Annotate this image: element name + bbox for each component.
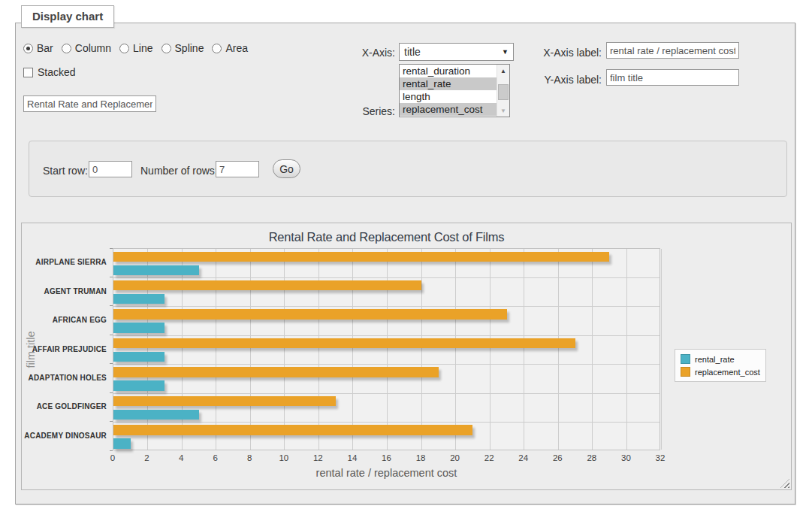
- chart-type-radio-line[interactable]: Line: [119, 42, 152, 54]
- gridline: [284, 249, 285, 450]
- num-rows-input[interactable]: [216, 161, 259, 177]
- replacement_cost-bar: [113, 396, 336, 407]
- category-label: ACE GOLDFINGER: [23, 402, 107, 411]
- gridline: [490, 249, 491, 450]
- stacked-checkbox[interactable]: [23, 68, 33, 77]
- series-option-length[interactable]: length: [400, 90, 497, 103]
- rental_rate-bar: [113, 410, 199, 420]
- legend-swatch-rental_rate: [681, 354, 690, 364]
- scrollbar-thumb[interactable]: [498, 84, 509, 100]
- radio-icon[interactable]: [23, 44, 33, 53]
- x-tick-label: 10: [273, 453, 295, 462]
- gridline: [455, 249, 456, 450]
- display-chart-panel: BarColumnLineSplineArea Stacked X-Axis: …: [15, 23, 795, 504]
- x-tick-label: 22: [478, 453, 500, 462]
- y-tick-mark: [110, 335, 113, 335]
- x-axis-label-input[interactable]: [606, 42, 739, 59]
- y-tick-mark: [110, 305, 113, 306]
- chart-type-radio-bar[interactable]: Bar: [23, 42, 53, 54]
- chart-type-radio-group: BarColumnLineSplineArea: [23, 42, 248, 54]
- radio-icon[interactable]: [119, 44, 129, 53]
- y-tick-mark: [110, 392, 113, 393]
- y-tick-mark: [110, 363, 113, 364]
- plot-area: [113, 248, 660, 450]
- gridline: [113, 364, 660, 365]
- gridline: [318, 249, 319, 450]
- radio-label: Column: [75, 42, 111, 54]
- fieldset-legend: Display chart: [21, 5, 114, 28]
- x-tick-label: 4: [170, 453, 192, 462]
- radio-icon[interactable]: [62, 44, 71, 53]
- radio-label: Bar: [37, 42, 53, 54]
- y-axis-label-input[interactable]: [606, 69, 739, 86]
- gridline: [626, 249, 627, 450]
- replacement_cost-bar: [113, 367, 439, 377]
- y-axis-title: film title: [25, 308, 37, 391]
- page: Display chart BarColumnLineSplineArea St…: [0, 0, 812, 512]
- radio-icon[interactable]: [212, 44, 222, 53]
- rental_rate-bar: [113, 438, 131, 449]
- gridline: [592, 249, 593, 450]
- gridline: [352, 249, 353, 450]
- gridline: [558, 249, 559, 450]
- chart-type-radio-area[interactable]: Area: [212, 42, 248, 54]
- legend-item: replacement_cost: [681, 365, 760, 378]
- legend-label: replacement_cost: [695, 368, 760, 377]
- chevron-down-icon: ▼: [502, 48, 509, 56]
- x-axis-label-caption: X-Axis label:: [519, 47, 602, 59]
- series-listbox[interactable]: rental_durationrental_ratelengthreplacem…: [399, 64, 510, 117]
- x-axis-title: rental rate / replacement cost: [113, 467, 660, 479]
- chart-type-radio-spline[interactable]: Spline: [161, 42, 204, 54]
- x-axis-select[interactable]: title ▼: [399, 43, 514, 61]
- chart-title-input[interactable]: [23, 95, 156, 112]
- stacked-checkbox-row[interactable]: Stacked: [23, 66, 76, 78]
- series-option-rental_rate[interactable]: rental_rate: [400, 77, 497, 90]
- gridline: [113, 393, 660, 394]
- x-tick-label: 16: [376, 453, 398, 462]
- series-option-rental_duration[interactable]: rental_duration: [400, 65, 497, 77]
- y-tick-mark: [110, 248, 113, 249]
- stacked-label: Stacked: [38, 66, 76, 78]
- gridline: [524, 249, 524, 450]
- replacement_cost-bar: [113, 280, 421, 291]
- replacement_cost-bar: [113, 338, 575, 349]
- chart-title: Rental Rate and Replacement Cost of Film…: [113, 230, 660, 244]
- gridline: [113, 422, 660, 423]
- legend-swatch-replacement_cost: [681, 367, 690, 377]
- y-axis-label-caption: Y-Axis label:: [519, 74, 602, 86]
- replacement_cost-bar: [113, 425, 472, 435]
- series-select-label: Series:: [316, 105, 395, 117]
- x-tick-label: 30: [614, 453, 637, 462]
- radio-label: Line: [133, 42, 152, 54]
- scroll-up-icon[interactable]: ▲: [497, 65, 509, 77]
- gridline: [387, 249, 388, 450]
- rental_rate-bar: [113, 323, 165, 333]
- x-tick-label: 20: [444, 453, 466, 462]
- start-row-input[interactable]: [89, 161, 132, 177]
- rental_rate-bar: [113, 294, 165, 304]
- series-scrollbar[interactable]: ▲ ▼: [497, 65, 509, 117]
- y-tick-mark: [110, 421, 113, 422]
- rental_rate-bar: [113, 352, 165, 362]
- x-tick-label: 28: [581, 453, 603, 462]
- radio-label: Spline: [175, 42, 204, 54]
- x-tick-label: 0: [101, 453, 124, 462]
- series-options: rental_durationrental_ratelengthreplacem…: [400, 65, 497, 117]
- gridline: [661, 249, 662, 450]
- x-tick-label: 12: [306, 453, 329, 462]
- x-tick-label: 32: [649, 453, 672, 462]
- legend-item: rental_rate: [681, 353, 760, 365]
- scroll-down-icon[interactable]: ▼: [497, 105, 509, 117]
- radio-label: Area: [225, 42, 248, 54]
- chart-type-radio-column[interactable]: Column: [62, 42, 111, 54]
- chart-container: Rental Rate and Replacement Cost of Film…: [21, 223, 792, 490]
- category-label: ACADEMY DINOSAUR: [23, 432, 107, 440]
- category-label: AIRPLANE SIERRA: [23, 258, 107, 266]
- radio-icon[interactable]: [161, 44, 171, 53]
- chart-legend: rental_ratereplacement_cost: [675, 349, 766, 382]
- go-button[interactable]: Go: [273, 159, 300, 178]
- x-tick-label: 14: [341, 453, 364, 462]
- resize-handle-icon[interactable]: [780, 479, 789, 488]
- series-option-replacement_cost[interactable]: replacement_cost: [400, 103, 497, 116]
- gridline: [421, 249, 422, 450]
